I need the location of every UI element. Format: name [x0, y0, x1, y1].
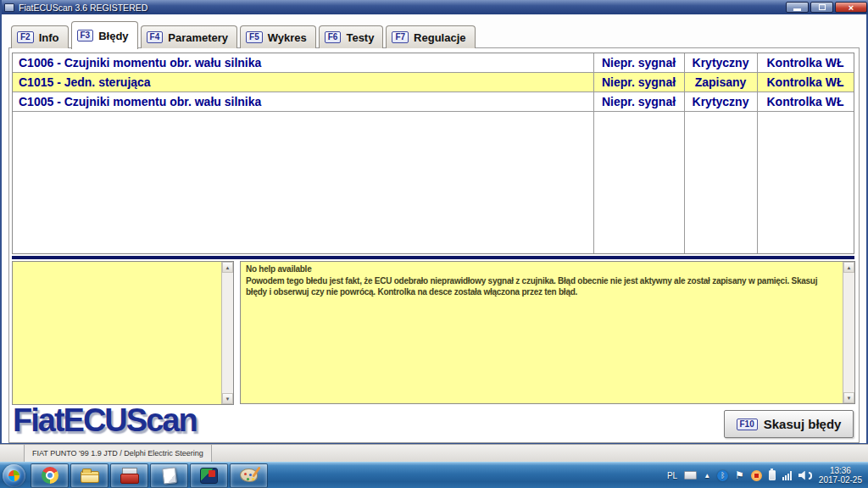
- fkey-badge: F5: [246, 31, 263, 43]
- windows-taskbar: PL ▲ ᛒ ⚑ 13:36 2017-02-25: [0, 462, 868, 488]
- error-signal: Niepr. sygnał: [593, 73, 684, 92]
- grid-column-separator: [757, 53, 758, 253]
- scroll-up-icon[interactable]: ▲: [222, 262, 233, 273]
- error-signal: Niepr. sygnał: [593, 92, 684, 111]
- help-text: No help available Powodem tego błedu jes…: [246, 263, 839, 402]
- taskbar-button-explorer[interactable]: [70, 463, 108, 488]
- tab-bar: F2 Info F3 Błędy F4 Parametery F5 Wykres…: [11, 21, 476, 48]
- tab-content-bledy: C1006 - Czujniki momentu obr. wału silni…: [8, 47, 860, 443]
- time: 13:36: [819, 466, 862, 476]
- error-state: Krytyczny: [684, 53, 757, 72]
- vehicle-status: FIAT PUNTO '99 1.9 JTD / Delphi Electric…: [24, 445, 212, 462]
- paint-icon: [240, 469, 258, 482]
- system-tray: PL ▲ ᛒ ⚑ 13:36 2017-02-25: [667, 466, 868, 485]
- error-row-c1015[interactable]: C1015 - Jedn. sterująca Niepr. sygnał Za…: [13, 73, 854, 92]
- help-panel[interactable]: No help available Powodem tego błedu jes…: [240, 261, 855, 404]
- error-row-c1006[interactable]: C1006 - Czujniki momentu obr. wału silni…: [13, 53, 854, 73]
- fkey-badge: F6: [325, 31, 342, 43]
- windows-flag-icon: [8, 470, 19, 481]
- app-icon: [4, 3, 14, 12]
- tab-regulacje[interactable]: F7 Regulacje: [386, 25, 475, 48]
- title-bar: FiatECUScan 3.6 REGISTERED ×: [2, 0, 868, 14]
- grid-column-separator: [593, 53, 594, 253]
- error-row-c1005[interactable]: C1005 - Czujniki momentu obr. wału silni…: [13, 92, 854, 112]
- network-signal-icon[interactable]: [782, 471, 792, 480]
- scroll-up-icon[interactable]: ▲: [843, 262, 854, 273]
- maximize-icon: [819, 4, 826, 10]
- window-title: FiatECUScan 3.6 REGISTERED: [19, 3, 147, 13]
- section-divider: [12, 256, 854, 259]
- volume-icon[interactable]: [798, 471, 812, 480]
- error-description: C1005 - Czujniki momentu obr. wału silni…: [13, 92, 593, 111]
- clear-errors-button[interactable]: F10 Skasuj błędy: [724, 410, 854, 438]
- tab-wykres[interactable]: F5 Wykres: [240, 25, 316, 48]
- error-lamp: Kontrolka WŁ: [757, 73, 854, 92]
- error-lamp: Kontrolka WŁ: [757, 53, 854, 72]
- help-line-no-help: No help available: [246, 263, 839, 275]
- error-state: Zapisany: [684, 73, 757, 92]
- start-button[interactable]: [3, 464, 25, 487]
- fkey-badge: F4: [147, 31, 164, 43]
- freeze-frame-panel[interactable]: ▲ ▼: [12, 261, 234, 405]
- fiatecuscan-logo: FiatECUScan: [13, 402, 197, 439]
- folder-icon: [81, 471, 99, 483]
- error-state: Krytyczny: [684, 92, 757, 111]
- battery-icon[interactable]: [769, 470, 776, 480]
- vertical-scrollbar[interactable]: ▲ ▼: [221, 262, 233, 404]
- grid-column-separator: [684, 53, 685, 253]
- error-table: C1006 - Czujniki momentu obr. wału silni…: [12, 53, 854, 254]
- scroll-down-icon[interactable]: ▼: [843, 392, 854, 403]
- taskbar-button-diagnostic-tool[interactable]: [110, 463, 148, 488]
- taskbar-button-notepad[interactable]: [150, 463, 188, 488]
- taskbar-button-chrome[interactable]: [31, 463, 69, 488]
- fkey-badge: F2: [17, 31, 34, 43]
- help-body: Powodem tego błedu jest fakt, że ECU ode…: [246, 275, 839, 298]
- bluetooth-icon[interactable]: ᛒ: [717, 470, 728, 481]
- tab-testy[interactable]: F6 Testy: [319, 25, 384, 48]
- taskbar-button-media-app[interactable]: [190, 463, 228, 488]
- fkey-badge: F7: [392, 31, 409, 43]
- language-indicator[interactable]: PL: [667, 471, 677, 480]
- date: 2017-02-25: [819, 475, 862, 485]
- scroll-down-icon[interactable]: ▼: [222, 393, 233, 404]
- error-description: C1015 - Jedn. sterująca: [13, 73, 593, 92]
- minimize-button[interactable]: [786, 2, 809, 13]
- error-lamp: Kontrolka WŁ: [757, 92, 854, 111]
- tray-app-icon[interactable]: [751, 470, 762, 481]
- keyboard-layout-icon[interactable]: [684, 471, 697, 480]
- close-button[interactable]: ×: [835, 2, 867, 13]
- error-description: C1006 - Czujniki momentu obr. wału silni…: [13, 53, 593, 72]
- fkey-badge: F10: [737, 419, 758, 430]
- vertical-scrollbar[interactable]: ▲ ▼: [843, 262, 854, 403]
- tab-parametery[interactable]: F4 Parametery: [141, 25, 238, 48]
- chrome-icon: [42, 467, 58, 484]
- minimize-icon: [793, 8, 801, 11]
- fkey-badge: F3: [77, 30, 94, 42]
- action-center-flag-icon[interactable]: ⚑: [735, 470, 744, 480]
- maximize-button[interactable]: [810, 2, 833, 13]
- toolbox-icon: [120, 468, 139, 484]
- error-signal: Niepr. sygnał: [593, 53, 684, 72]
- tab-bledy[interactable]: F3 Błędy: [71, 21, 138, 49]
- clock[interactable]: 13:36 2017-02-25: [819, 466, 862, 485]
- show-hidden-icons[interactable]: ▲: [704, 472, 710, 480]
- status-bar: FIAT PUNTO '99 1.9 JTD / Delphi Electric…: [0, 444, 868, 462]
- tab-info[interactable]: F2 Info: [11, 25, 69, 48]
- media-app-icon: [200, 468, 218, 484]
- taskbar-button-paint[interactable]: [230, 463, 268, 488]
- notepad-icon: [162, 467, 177, 485]
